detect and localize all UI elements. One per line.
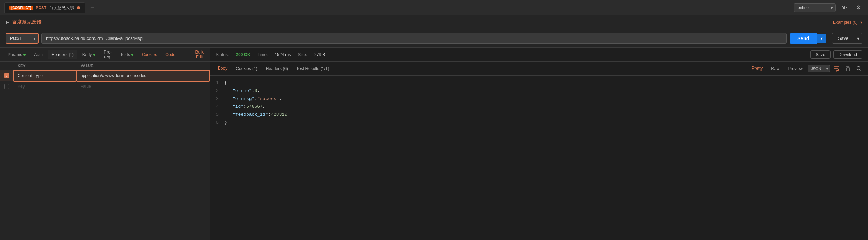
format-select[interactable]: JSON XML HTML Text xyxy=(808,65,830,72)
headers-new-row: Key Value xyxy=(0,81,210,92)
resp-tab-test-results[interactable]: Test Results (1/1) xyxy=(293,64,332,73)
tab-tests[interactable]: Tests xyxy=(117,50,137,59)
tab-title: 百度意见反馈 xyxy=(49,5,74,11)
bulk-edit-button[interactable]: Bulk Edit xyxy=(193,48,206,61)
params-dot xyxy=(23,54,26,56)
svg-rect-0 xyxy=(847,68,850,71)
right-panel: Status: 200 OK Time: 1524 ms Size: 279 B… xyxy=(210,48,868,240)
headers-row-0-key[interactable]: Content-Type xyxy=(13,70,76,81)
tab-prereq[interactable]: Pre-req. xyxy=(100,48,115,62)
headers-row-0-check-cell xyxy=(0,70,13,81)
new-tab-button[interactable]: + xyxy=(87,3,97,13)
copy-icon[interactable] xyxy=(843,64,853,73)
examples-button[interactable]: Examples (0) ▾ xyxy=(833,20,862,25)
request-tabs-row: Params Auth Headers (1) Body Pre-req. xyxy=(0,48,210,62)
headers-new-key[interactable]: Key xyxy=(13,81,76,92)
response-tabs-row: Body Cookies (1) Headers (6) Test Result… xyxy=(210,62,868,76)
headers-more-button[interactable]: ··· xyxy=(180,48,191,61)
tests-dot xyxy=(131,54,133,56)
resp-view-pretty[interactable]: Pretty xyxy=(748,64,766,73)
environment-select[interactable]: online staging dev xyxy=(794,3,836,12)
json-line-1: 1 { xyxy=(210,79,868,87)
save-button[interactable]: Save xyxy=(832,33,854,44)
tab-code[interactable]: Code xyxy=(162,50,179,59)
content-split: Params Auth Headers (1) Body Pre-req. xyxy=(0,48,868,240)
json-line-5: 5 "feedback_id" : 428310 xyxy=(210,111,868,119)
send-button[interactable]: Send xyxy=(790,33,817,44)
status-value: 200 OK xyxy=(236,52,250,57)
resp-tab-cookies[interactable]: Cookies (1) xyxy=(232,64,261,73)
url-bar: POST GET PUT DELETE PATCH Send ▾ Save ▾ xyxy=(0,29,868,48)
breadcrumb-arrow[interactable]: ▶ xyxy=(6,20,9,25)
search-icon[interactable] xyxy=(854,64,864,73)
main-layout: ▶ 百度意见反馈 Examples (0) ▾ POST GET PUT DEL… xyxy=(0,15,868,240)
headers-col-key: KEY xyxy=(13,62,76,70)
env-select-wrapper: online staging dev xyxy=(794,3,836,12)
json-line-3: 3 "errmsg" : "sucess" , xyxy=(210,95,868,103)
format-select-wrapper: JSON XML HTML Text xyxy=(808,64,830,73)
tab-method: POST xyxy=(36,6,46,10)
headers-row-0-checkbox[interactable] xyxy=(4,73,9,78)
request-header: ▶ 百度意见反馈 Examples (0) ▾ xyxy=(0,15,868,29)
tab-params[interactable]: Params xyxy=(4,50,29,59)
json-line-4: 4 "id" : 670667 , xyxy=(210,103,868,111)
breadcrumb-title: 百度意见反馈 xyxy=(12,19,41,26)
examples-label: Examples (0) xyxy=(833,20,858,25)
resp-tab-headers[interactable]: Headers (6) xyxy=(262,64,291,73)
headers-col-value: VALUE xyxy=(76,62,210,70)
eye-icon[interactable]: 👁 xyxy=(839,2,850,13)
method-select[interactable]: POST GET PUT DELETE PATCH xyxy=(6,33,39,44)
response-save-button[interactable]: Save xyxy=(810,50,830,59)
response-action-buttons: Save Download xyxy=(810,50,862,59)
time-value: 1524 ms xyxy=(275,52,291,57)
url-input[interactable] xyxy=(41,33,787,44)
svg-line-2 xyxy=(860,69,861,71)
response-view-controls: Pretty Raw Preview JSON XML HTML Text xyxy=(748,64,864,73)
headers-table: KEY VALUE Content-Type application/x-www… xyxy=(0,62,210,92)
tab-more-button[interactable]: ··· xyxy=(97,3,107,13)
active-tab[interactable]: [CONFLICT] POST 百度意见反馈 xyxy=(4,2,85,13)
status-label: Status: xyxy=(216,52,229,57)
resp-tab-body[interactable]: Body xyxy=(214,64,231,73)
resp-view-raw[interactable]: Raw xyxy=(767,64,783,73)
headers-row-0: Content-Type application/x-www-form-urle… xyxy=(0,70,210,81)
headers-row-0-value[interactable]: application/x-www-form-urlencoded xyxy=(76,70,210,81)
top-bar-right: online staging dev 👁 ⚙ xyxy=(794,2,864,13)
headers-col-check xyxy=(0,62,13,70)
tab-auth[interactable]: Auth xyxy=(30,50,46,59)
save-dropdown-button[interactable]: ▾ xyxy=(854,33,862,44)
json-line-6: 6 } xyxy=(210,119,868,127)
headers-column-row: KEY VALUE xyxy=(0,62,210,70)
headers-new-checkbox[interactable] xyxy=(4,84,9,89)
response-download-button[interactable]: Download xyxy=(833,50,862,59)
tab-headers[interactable]: Headers (1) xyxy=(48,50,77,59)
save-button-group: Save ▾ xyxy=(829,33,862,44)
left-panel: Params Auth Headers (1) Body Pre-req. xyxy=(0,48,210,240)
size-value: 279 B xyxy=(314,52,325,57)
send-button-group: Send ▾ xyxy=(790,33,826,44)
json-line-2: 2 "errno" : 0 , xyxy=(210,87,868,95)
time-label: Time: xyxy=(257,52,268,57)
send-dropdown-button[interactable]: ▾ xyxy=(817,34,826,43)
gear-icon[interactable]: ⚙ xyxy=(853,2,864,13)
headers-new-check-cell xyxy=(0,81,13,92)
examples-arrow: ▾ xyxy=(860,20,862,25)
tab-body[interactable]: Body xyxy=(79,50,99,59)
size-label: Size: xyxy=(298,52,307,57)
headers-badge: (1) xyxy=(69,52,73,57)
json-viewer: 1 { 2 "errno" : 0 , 3 "errmsg" : xyxy=(210,76,868,240)
top-bar: [CONFLICT] POST 百度意见反馈 + ··· online stag… xyxy=(0,0,868,15)
tab-cookies[interactable]: Cookies xyxy=(138,50,160,59)
response-status-bar: Status: 200 OK Time: 1524 ms Size: 279 B… xyxy=(210,48,868,62)
method-select-wrapper: POST GET PUT DELETE PATCH xyxy=(6,33,39,44)
body-dot xyxy=(93,54,95,56)
wrap-icon[interactable] xyxy=(832,64,841,73)
resp-view-preview[interactable]: Preview xyxy=(784,64,806,73)
headers-new-value[interactable]: Value xyxy=(76,81,210,92)
conflict-badge: [CONFLICT] xyxy=(9,6,33,10)
tab-unsaved-dot xyxy=(77,6,80,9)
